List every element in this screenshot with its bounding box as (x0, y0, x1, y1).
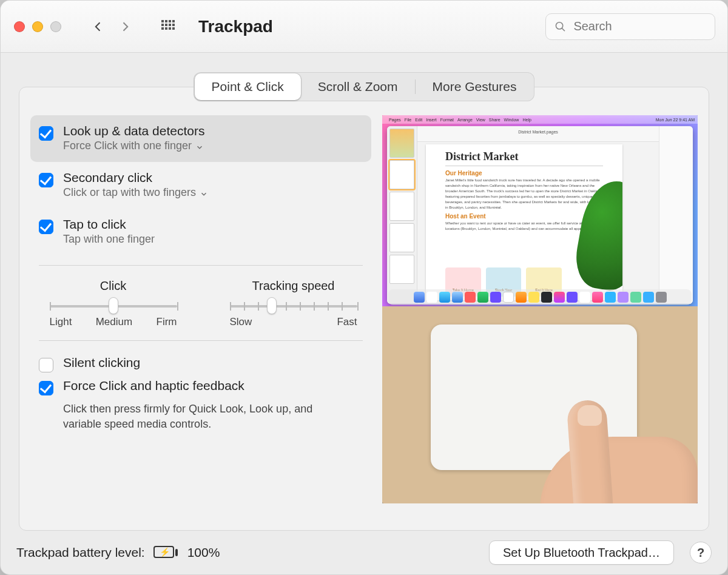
main-panel: Look up & data detectors Force Click wit… (19, 87, 709, 531)
window-title: Trackpad (198, 17, 273, 36)
option-secondary-subtitle-dropdown[interactable]: Click or tap with two fingers (63, 186, 208, 199)
tracking-slider[interactable] (230, 300, 357, 311)
search-field[interactable] (545, 13, 715, 40)
checkbox-force-click[interactable] (39, 381, 53, 395)
tab-point-and-click[interactable]: Point & Click (195, 73, 301, 100)
back-button[interactable] (90, 19, 106, 35)
svg-rect-3 (172, 20, 175, 22)
click-slider-labels: Light Medium Firm (50, 316, 177, 328)
click-slider-title: Click (100, 279, 126, 293)
setup-bluetooth-trackpad-button[interactable]: Set Up Bluetooth Trackpad… (489, 540, 674, 565)
preview-dock (388, 289, 692, 305)
close-window-button[interactable] (14, 21, 25, 32)
search-input[interactable] (572, 19, 706, 34)
svg-rect-2 (169, 20, 171, 22)
battery-label: Trackpad battery level: (16, 545, 145, 560)
checkbox-secondary-click[interactable] (39, 173, 53, 187)
preview-menubar: PagesFileEditInsertFormatArrangeViewShar… (382, 115, 698, 124)
preview-heading-1: Our Heritage (445, 170, 603, 177)
divider (39, 265, 363, 266)
option-secondary-click[interactable]: Secondary click Click or tap with two fi… (30, 162, 371, 209)
checkbox-tap-to-click[interactable] (39, 220, 53, 234)
options-column: Look up & data detectors Force Click wit… (30, 102, 371, 516)
battery-percent: 100% (187, 545, 220, 560)
help-button[interactable]: ? (690, 542, 712, 563)
click-slider-thumb[interactable] (109, 297, 118, 314)
force-click-label: Force Click and haptic feedback (63, 378, 244, 393)
forward-button[interactable] (117, 19, 133, 35)
option-lookup[interactable]: Look up & data detectors Force Click wit… (30, 115, 371, 162)
option-secondary-title: Secondary click (63, 170, 208, 185)
option-tap-to-click[interactable]: Tap to click Tap with one finger (30, 209, 371, 255)
option-tap-title: Tap to click (63, 217, 155, 232)
silent-clicking-label: Silent clicking (63, 355, 140, 370)
preview-heading-2: Host an Event (445, 213, 603, 220)
segmented-control: Point & Click Scroll & Zoom More Gesture… (194, 72, 535, 101)
tab-scroll-and-zoom[interactable]: Scroll & Zoom (301, 73, 415, 100)
chevron-down-icon (195, 142, 204, 150)
svg-rect-9 (165, 27, 167, 30)
tracking-slider-group: Tracking speed Slow Fast (221, 279, 365, 328)
gesture-preview: PagesFileEditInsertFormatArrangeViewShar… (382, 115, 698, 503)
minimize-window-button[interactable] (32, 21, 43, 32)
charging-bolt-icon: ⚡ (160, 547, 170, 557)
footer: Trackpad battery level: ⚡ 100% Set Up Bl… (1, 531, 727, 574)
option-tap-subtitle: Tap with one finger (63, 233, 155, 246)
svg-rect-1 (165, 20, 167, 22)
svg-point-12 (556, 22, 562, 29)
preview-trackpad-area (382, 306, 698, 503)
window-controls (14, 21, 61, 32)
svg-rect-10 (169, 27, 171, 30)
svg-line-13 (562, 28, 565, 31)
grid-icon (161, 19, 175, 34)
svg-rect-8 (161, 27, 164, 30)
click-slider-group: Click Light Medium Firm (41, 279, 185, 328)
tab-more-gestures[interactable]: More Gestures (416, 73, 534, 100)
tracking-slider-thumb[interactable] (267, 297, 277, 314)
option-silent-clicking[interactable]: Silent clicking (39, 355, 363, 372)
titlebar: Trackpad (1, 1, 727, 53)
tab-bar: Point & Click Scroll & Zoom More Gesture… (1, 53, 727, 101)
preview-document: District Market Our Heritage Janet Mille… (426, 144, 622, 300)
nav-buttons (90, 19, 133, 35)
click-slider[interactable] (50, 300, 177, 311)
divider (39, 340, 363, 341)
svg-rect-11 (172, 27, 175, 30)
sliders-row: Click Light Medium Firm Tracking speed (30, 275, 371, 331)
option-force-click[interactable]: Force Click and haptic feedback (39, 378, 363, 395)
svg-rect-0 (161, 20, 164, 22)
preview-thumbnails (387, 126, 417, 304)
chevron-down-icon (200, 189, 208, 197)
option-lookup-subtitle-dropdown[interactable]: Force Click with one finger (63, 140, 205, 152)
svg-rect-6 (169, 24, 171, 26)
svg-rect-4 (161, 24, 164, 26)
battery-icon: ⚡ (153, 546, 178, 559)
svg-rect-5 (165, 24, 167, 26)
preview-para-2: Whether you want to rent our space or ha… (445, 221, 603, 232)
preview-doc-title: District Market (445, 150, 603, 166)
show-all-button[interactable] (161, 19, 175, 34)
force-click-description: Click then press firmly for Quick Look, … (63, 402, 324, 432)
checkbox-lookup[interactable] (39, 126, 53, 141)
chevron-left-icon (92, 21, 104, 33)
checkbox-silent-clicking[interactable] (39, 358, 53, 372)
tracking-slider-labels: Slow Fast (230, 316, 357, 328)
option-lookup-title: Look up & data detectors (63, 124, 205, 138)
preview-para-1: Janet Millet's little food sandwich truc… (445, 178, 603, 210)
search-icon (554, 20, 566, 33)
preview-hand (522, 400, 679, 503)
preview-pages-window: District Market.pages District Market Ou… (387, 126, 693, 304)
zoom-window-button[interactable] (50, 21, 61, 32)
svg-rect-7 (172, 24, 175, 26)
tracking-slider-title: Tracking speed (252, 279, 335, 293)
preview-desktop: PagesFileEditInsertFormatArrangeViewShar… (382, 115, 698, 306)
preview-doc-filename: District Market.pages (518, 130, 558, 134)
chevron-right-icon (119, 21, 131, 33)
prefs-window: Trackpad Point & Click Scroll & Zoom Mor… (0, 0, 728, 575)
